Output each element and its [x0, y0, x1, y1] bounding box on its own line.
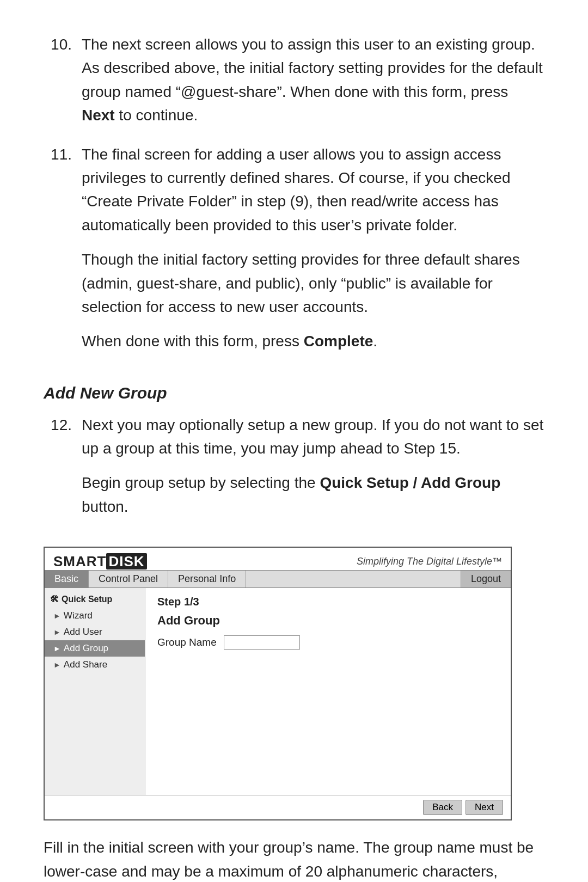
item-12-para2-prefix: Begin group setup by selecting the [82, 474, 320, 491]
nav-logout-button[interactable]: Logout [461, 571, 511, 587]
add-share-arrow-icon: ► [53, 660, 61, 669]
ui-header: SMARTDISK Simplifying The Digital Lifest… [45, 548, 511, 571]
footer-para-prefix: Fill in the initial screen with your gro… [44, 839, 541, 882]
item-11-para3-bold: Complete [304, 333, 373, 350]
sidebar-wizard-label: Wizard [64, 610, 93, 621]
sidebar-item-add-share[interactable]: ► Add Share [45, 657, 145, 673]
logo-disk-text: DISK [106, 553, 146, 569]
next-button[interactable]: Next [465, 800, 503, 815]
item-text-12: Next you may optionally setup a new grou… [82, 413, 544, 530]
ui-main: Step 1/3 Add Group Group Name [145, 588, 511, 795]
item-11-para3-prefix: When done with this form, press [82, 333, 304, 350]
item-12-para2-bold: Quick Setup / Add Group [320, 474, 500, 491]
form-row-group-name: Group Name [157, 635, 499, 650]
item-11-para3: When done with this form, press Complete… [82, 329, 544, 353]
add-group-arrow-icon: ► [53, 644, 61, 653]
item-number-12: 12. [44, 413, 72, 530]
sidebar-add-user-label: Add User [64, 627, 102, 638]
item-text-10: The next screen allows you to assign thi… [82, 33, 544, 127]
nav-tab-basic[interactable]: Basic [45, 571, 89, 587]
item-12-para2-suffix: button. [82, 498, 128, 515]
item-number-10: 10. [44, 33, 72, 127]
ui-footer: Back Next [45, 795, 511, 819]
ui-body: 🛠 Quick Setup ► Wizard ► Add User ► Add … [45, 588, 511, 795]
sidebar-item-wizard[interactable]: ► Wizard [45, 608, 145, 624]
nav-tab-personal-info[interactable]: Personal Info [168, 571, 246, 587]
item-text-11: The final screen for adding a user allow… [82, 143, 544, 364]
item-11-para2: Though the initial factory setting provi… [82, 248, 544, 318]
form-title: Add Group [157, 614, 499, 628]
sidebar-header-label: Quick Setup [62, 595, 112, 604]
group-name-input[interactable] [224, 635, 300, 650]
item-10-text1: The next screen allows you to assign thi… [82, 36, 543, 100]
nav-tab-control-panel[interactable]: Control Panel [89, 571, 168, 587]
sidebar-item-add-user[interactable]: ► Add User [45, 624, 145, 640]
logo-smart-text: SMART [53, 553, 106, 569]
item-10-bold: Next [82, 107, 115, 124]
ui-sidebar: 🛠 Quick Setup ► Wizard ► Add User ► Add … [45, 588, 145, 795]
sidebar-add-share-label: Add Share [64, 659, 107, 670]
ui-tagline: Simplifying The Digital Lifestyle™ [357, 556, 502, 567]
item-12-para2: Begin group setup by selecting the Quick… [82, 471, 544, 518]
item-10-text2: to continue. [115, 107, 198, 124]
wizard-arrow-icon: ► [53, 611, 61, 620]
item-number-11: 11. [44, 143, 72, 364]
form-label-group-name: Group Name [157, 636, 217, 648]
list-item-12: 12. Next you may optionally setup a new … [44, 413, 544, 530]
item-12-para1: Next you may optionally setup a new grou… [82, 413, 544, 461]
item-11-para3-suffix: . [373, 333, 377, 350]
footer-paragraph: Fill in the initial screen with your gro… [44, 836, 544, 882]
sidebar-add-group-label: Add Group [64, 643, 108, 654]
back-button[interactable]: Back [423, 800, 462, 815]
item-11-para1: The final screen for adding a user allow… [82, 143, 544, 237]
quick-setup-icon: 🛠 [50, 595, 59, 604]
instruction-list: 10. The next screen allows you to assign… [44, 33, 544, 364]
section-heading-add-group: Add New Group [44, 384, 544, 402]
ui-nav: Basic Control Panel Personal Info Logout [45, 571, 511, 588]
instruction-list-2: 12. Next you may optionally setup a new … [44, 413, 544, 530]
ui-logo: SMARTDISK [53, 553, 147, 570]
content-area: 10. The next screen allows you to assign… [44, 33, 544, 882]
sidebar-item-add-group[interactable]: ► Add Group [45, 640, 145, 657]
step-indicator: Step 1/3 [157, 596, 499, 608]
add-user-arrow-icon: ► [53, 628, 61, 636]
list-item-11: 11. The final screen for adding a user a… [44, 143, 544, 364]
ui-panel: SMARTDISK Simplifying The Digital Lifest… [44, 547, 512, 820]
sidebar-header: 🛠 Quick Setup [45, 591, 145, 608]
list-item-10: 10. The next screen allows you to assign… [44, 33, 544, 127]
